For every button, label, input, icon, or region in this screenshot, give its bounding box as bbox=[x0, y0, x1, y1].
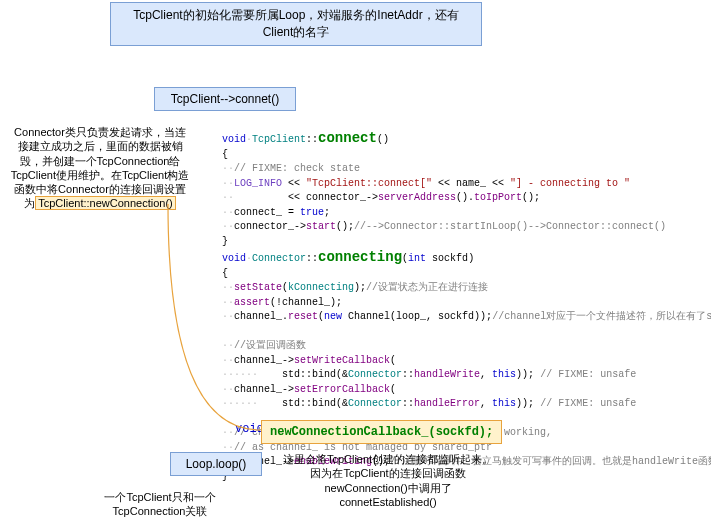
annot-line: connetEstablished() bbox=[273, 495, 503, 509]
annot-line: 函数中将Connector的连接回调设置 bbox=[0, 182, 200, 196]
connector-desc-annot: Connector类只负责发起请求，当连 接建立成功之后，里面的数据被销 毁，并… bbox=[0, 125, 200, 211]
annot-line: 这里会将TcpClient创建的连接都监听起来。 bbox=[273, 452, 503, 466]
annot-line: 毁，并创建一个TcpConnection给 bbox=[0, 154, 200, 168]
connect-call-box: TcpClient-->connet() bbox=[154, 87, 296, 111]
annot-line: TcpConnection关联 bbox=[90, 504, 230, 518]
bottom-annot: 一个TcpClient只和一个 TcpConnection关联 bbox=[90, 490, 230, 519]
code-tcpclient-connect: void·TcpClient::connect() { ··// FIXME: … bbox=[222, 113, 666, 249]
annot-line: TcpClient使用维护。在TcpClient构造 bbox=[0, 168, 200, 182]
annot-line: Connector类只负责发起请求，当连 bbox=[0, 125, 200, 139]
code-connector-connecting: void·Connector::connecting(int sockfd) {… bbox=[222, 232, 711, 484]
annot-line: 为TcpClient::newConnection() bbox=[0, 196, 200, 210]
annot-line: newConnection()中调用了 bbox=[273, 481, 503, 495]
callback-hl-box: newConnectionCallback_(sockfd); bbox=[261, 420, 502, 444]
annot-line: 接建立成功之后，里面的数据被销 bbox=[0, 139, 200, 153]
annot-line: 因为在TcpClient的连接回调函数 bbox=[273, 466, 503, 480]
loop-box: Loop.loop() bbox=[170, 452, 262, 476]
annot-line: 一个TcpClient只和一个 bbox=[90, 490, 230, 504]
loop-desc-annot: 这里会将TcpClient创建的连接都监听起来。 因为在TcpClient的连接… bbox=[273, 452, 503, 509]
init-desc-box: TcpClient的初始化需要所属Loop，对端服务的InetAddr，还有Cl… bbox=[110, 2, 482, 46]
new-connection-hl: TcpClient::newConnection() bbox=[35, 196, 176, 210]
